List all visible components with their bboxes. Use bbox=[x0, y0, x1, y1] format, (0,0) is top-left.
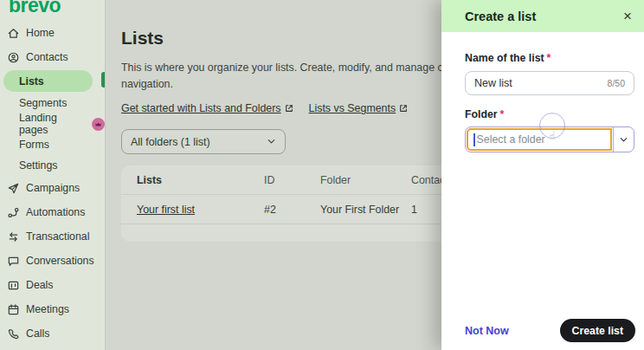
create-list-drawer: Create a list × Name of the list* 8/50 F… bbox=[441, 0, 644, 350]
external-link-icon bbox=[399, 104, 408, 113]
sidebar-item-landing-pages[interactable]: Landing pages bbox=[0, 113, 105, 134]
sidebar-item-segments[interactable]: Segments bbox=[0, 93, 105, 113]
drawer-footer: Not Now Create list bbox=[465, 319, 635, 342]
phone-icon bbox=[7, 327, 20, 340]
link-get-started-lists-folders[interactable]: Get started with Lists and Folders bbox=[121, 102, 293, 114]
sidebar-item-meetings[interactable]: Meetings bbox=[0, 297, 105, 321]
col-header-folder: Folder bbox=[320, 174, 411, 186]
deals-icon bbox=[7, 279, 20, 292]
sidebar-item-settings[interactable]: Settings bbox=[0, 155, 105, 176]
sidebar-item-transactional[interactable]: Transactional bbox=[0, 224, 105, 249]
sidebar-item-deals[interactable]: Deals bbox=[0, 273, 105, 297]
sidebar-nav: Home Contacts Lists Segments Landing pag… bbox=[0, 21, 105, 346]
home-icon bbox=[7, 27, 20, 40]
list-id: #2 bbox=[264, 204, 320, 216]
sidebar-item-lists[interactable]: Lists bbox=[3, 70, 93, 92]
sidebar-item-label: Landing pages bbox=[19, 112, 85, 136]
sidebar-item-label: Transactional bbox=[26, 230, 89, 243]
sidebar-item-forms[interactable]: Forms bbox=[0, 134, 105, 155]
folder-select-placeholder: Select a folder bbox=[477, 133, 545, 146]
sidebar-item-label: Campaigns bbox=[26, 182, 80, 194]
sidebar-item-label: Segments bbox=[19, 97, 67, 109]
folder-select-value-area: Select a folder bbox=[467, 128, 612, 151]
list-folder: Your First Folder bbox=[320, 204, 411, 216]
create-list-button[interactable]: Create list bbox=[560, 319, 635, 342]
link-label: Get started with Lists and Folders bbox=[121, 102, 281, 114]
list-name-input[interactable] bbox=[474, 77, 587, 89]
sidebar-item-conversations[interactable]: Conversations bbox=[0, 249, 105, 273]
required-asterisk: * bbox=[500, 108, 505, 120]
col-header-lists: Lists bbox=[137, 174, 264, 186]
link-lists-vs-segments[interactable]: Lists vs Segments bbox=[309, 102, 409, 114]
folder-filter-select[interactable]: All folders (1 list) bbox=[121, 129, 286, 154]
sidebar-item-label: Lists bbox=[19, 75, 44, 88]
col-header-id: ID bbox=[264, 174, 320, 186]
text-caret bbox=[473, 133, 475, 146]
char-counter: 8/50 bbox=[608, 78, 625, 88]
label-text: Name of the list bbox=[465, 52, 544, 64]
chat-icon bbox=[7, 255, 20, 268]
drawer-header: Create a list × bbox=[441, 0, 644, 32]
sidebar-item-label: Conversations bbox=[26, 255, 94, 267]
sidebar-item-automations[interactable]: Automations bbox=[0, 200, 105, 224]
sidebar: brevo Home Contacts Lists Segments Landi… bbox=[0, 0, 106, 350]
sidebar-item-label: Automations bbox=[26, 206, 85, 218]
required-asterisk: * bbox=[547, 52, 551, 64]
chevron-down-icon bbox=[619, 135, 628, 145]
sidebar-item-label: Meetings bbox=[26, 303, 69, 315]
sidebar-item-label: Home bbox=[26, 27, 55, 39]
drawer-body: Name of the list* 8/50 Folder* Select a … bbox=[441, 32, 644, 152]
label-text: Folder bbox=[465, 108, 498, 120]
list-name-field: 8/50 bbox=[465, 71, 634, 95]
folder-select[interactable]: Select a folder ☝ bbox=[465, 126, 634, 152]
sidebar-item-calls[interactable]: Calls bbox=[0, 321, 105, 346]
sidebar-item-label: Deals bbox=[26, 279, 53, 291]
drawer-title: Create a list bbox=[465, 10, 536, 23]
link-label: Lists vs Segments bbox=[309, 102, 396, 114]
folder-field-label: Folder* bbox=[465, 108, 634, 120]
sidebar-item-label: Calls bbox=[26, 327, 49, 340]
send-icon bbox=[7, 182, 20, 195]
repeat-icon bbox=[7, 230, 20, 243]
close-icon[interactable]: × bbox=[623, 9, 632, 23]
sidebar-item-label: Settings bbox=[19, 159, 57, 172]
chevron-down-icon bbox=[267, 137, 276, 146]
premium-crown-icon bbox=[92, 118, 105, 131]
brevo-logo[interactable]: brevo bbox=[9, 0, 61, 17]
sidebar-item-campaigns[interactable]: Campaigns bbox=[0, 176, 105, 200]
sidebar-item-home[interactable]: Home bbox=[0, 21, 105, 45]
app-window: brevo Home Contacts Lists Segments Landi… bbox=[0, 0, 644, 350]
contacts-icon bbox=[7, 51, 20, 64]
sidebar-item-label: Contacts bbox=[26, 51, 68, 63]
folder-select-chevron-zone bbox=[613, 127, 634, 152]
not-now-button[interactable]: Not Now bbox=[465, 325, 509, 337]
list-name-link[interactable]: Your first list bbox=[137, 204, 264, 216]
name-field-label: Name of the list* bbox=[465, 52, 551, 64]
sidebar-item-label: Forms bbox=[19, 139, 49, 151]
automation-icon bbox=[7, 206, 20, 219]
sidebar-item-contacts[interactable]: Contacts bbox=[0, 45, 105, 69]
folder-filter-value: All folders (1 list) bbox=[131, 136, 210, 148]
calendar-icon bbox=[7, 303, 20, 316]
external-link-icon bbox=[285, 104, 293, 113]
